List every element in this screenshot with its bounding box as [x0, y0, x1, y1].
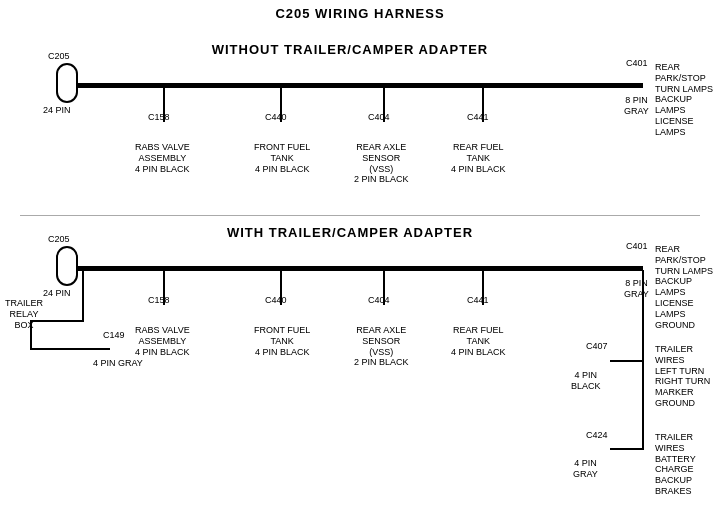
section2-c149-connector [108, 339, 126, 357]
section2-c149-stem-h [30, 348, 110, 350]
section2-c158-label: RABS VALVEASSEMBLY4 PIN BLACK [135, 325, 190, 357]
section2-label: WITH TRAILER/CAMPER ADAPTER [100, 225, 600, 240]
section2-c404-connector [374, 305, 392, 323]
divider [20, 215, 700, 216]
section2-c441-label: REAR FUELTANK4 PIN BLACK [451, 325, 506, 357]
section1-c404-connector [374, 122, 392, 140]
section2-c407-sub: 4 PINBLACK [571, 370, 601, 392]
section2-c407-connector [592, 351, 610, 369]
section2-c424-label: TRAILER WIRESBATTERY CHARGEBACKUPBRAKES [655, 432, 720, 497]
section1-c205-sub: 24 PIN [43, 105, 71, 116]
section1-c440-id: C440 [265, 112, 287, 123]
section2-trailer-relay-label: TRAILERRELAYBOX [5, 298, 43, 330]
section2-c401-label: REAR PARK/STOPTURN LAMPSBACKUP LAMPSLICE… [655, 244, 720, 330]
section2-c149-stem-v [30, 320, 32, 350]
section2-c440-id: C440 [265, 295, 287, 306]
section2-c404-id: C404 [368, 295, 390, 306]
section1-c401-connector [633, 75, 651, 93]
section2-trailer-stem-v [82, 270, 84, 320]
section1-wire [75, 83, 643, 88]
section1-c441-label: REAR FUELTANK4 PIN BLACK [451, 142, 506, 174]
section2-c149-sub: 4 PIN GRAY [93, 358, 143, 369]
section2-c424-stem-h [610, 448, 643, 450]
section1-c440-label: FRONT FUELTANK4 PIN BLACK [254, 142, 310, 174]
section2-c424-sub: 4 PINGRAY [573, 458, 598, 480]
section2-c401-id: C401 [626, 241, 648, 252]
section1-c441-connector [473, 122, 491, 140]
section1-c205-connector [56, 63, 78, 103]
section1-c205-id: C205 [48, 51, 70, 62]
section2-c205-connector [56, 246, 78, 286]
section1-label: WITHOUT TRAILER/CAMPER ADAPTER [100, 42, 600, 57]
section2-c158-id: C158 [148, 295, 170, 306]
section1-c404-label: REAR AXLESENSOR(VSS)2 PIN BLACK [354, 142, 409, 185]
section1-c401-sub: 8 PINGRAY [624, 95, 649, 117]
section2-c158-connector [154, 305, 172, 323]
section2-c404-label: REAR AXLESENSOR(VSS)2 PIN BLACK [354, 325, 409, 368]
section1-c404-id: C404 [368, 112, 390, 123]
section2-c205-sub: 24 PIN [43, 288, 71, 299]
section1-c158-connector [154, 122, 172, 140]
page-title: C205 WIRING HARNESS [0, 6, 720, 21]
section2-c149-id: C149 [103, 330, 125, 341]
section1-c158-label: RABS VALVEASSEMBLY4 PIN BLACK [135, 142, 190, 174]
section1-c440-connector [271, 122, 289, 140]
section2-c441-connector [473, 305, 491, 323]
section1-c401-label: REAR PARK/STOPTURN LAMPSBACKUP LAMPSLICE… [655, 62, 720, 138]
section2-c407-stem-h [610, 360, 643, 362]
section2-c205-id: C205 [48, 234, 70, 245]
section2-c440-connector [271, 305, 289, 323]
section2-wire [75, 266, 643, 271]
section1-c401-id: C401 [626, 58, 648, 69]
section2-c407-id: C407 [586, 341, 608, 352]
section1-c441-id: C441 [467, 112, 489, 123]
section2-c424-connector [592, 439, 610, 457]
section1-c158-id: C158 [148, 112, 170, 123]
section2-c401-sub: 8 PINGRAY [624, 278, 649, 300]
section2-c440-label: FRONT FUELTANK4 PIN BLACK [254, 325, 310, 357]
section2-c424-id: C424 [586, 430, 608, 441]
section2-c407-label: TRAILER WIRESLEFT TURNRIGHT TURNMARKERGR… [655, 344, 720, 409]
section2-c441-id: C441 [467, 295, 489, 306]
